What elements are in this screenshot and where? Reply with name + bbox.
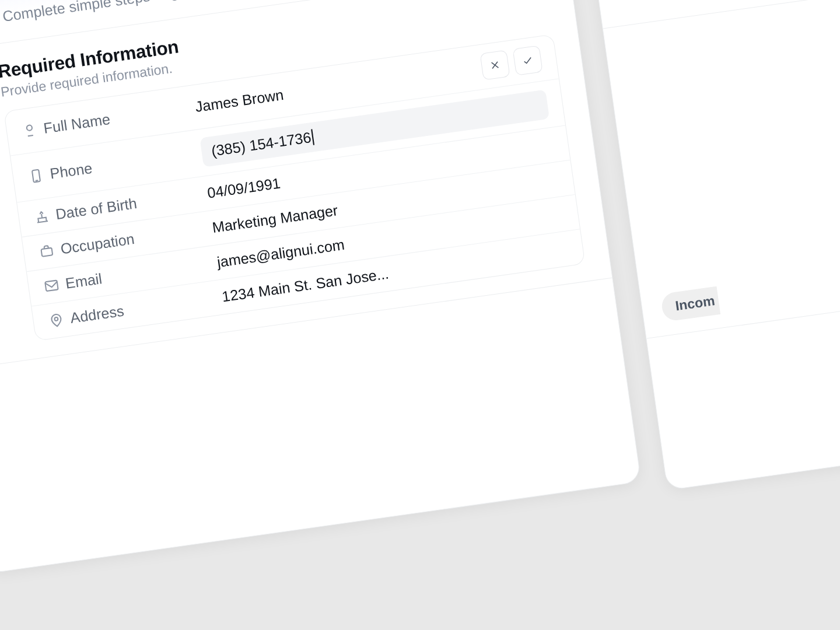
incomplete-badge-right: Incom <box>660 286 720 322</box>
mail-icon <box>43 276 66 295</box>
briefcase-icon <box>38 242 62 260</box>
svg-point-4 <box>26 125 32 131</box>
svg-rect-8 <box>41 248 52 257</box>
phone-icon <box>27 166 51 185</box>
user-icon <box>21 121 45 139</box>
confirm-edit-button[interactable] <box>513 46 543 76</box>
phone-input-value: (385) 154-1736 <box>210 129 312 160</box>
pin-icon <box>47 310 71 329</box>
label-phone: Phone <box>49 144 203 183</box>
svg-line-5 <box>28 135 33 136</box>
label-full-name: Full Name <box>43 99 197 137</box>
svg-point-10 <box>54 317 58 321</box>
svg-line-7 <box>36 180 38 181</box>
account-setup-card: Account Setup Complete simple steps to g… <box>0 0 641 574</box>
cake-icon <box>33 206 57 225</box>
required-info-section: Required Information Provide required in… <box>0 0 612 370</box>
cancel-edit-button[interactable] <box>480 50 510 80</box>
